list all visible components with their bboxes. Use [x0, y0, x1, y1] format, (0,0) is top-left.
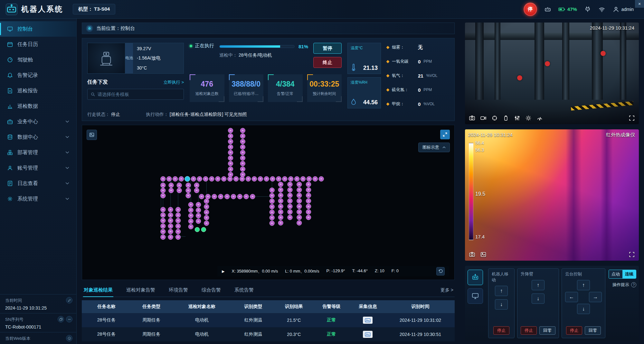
- sidebar-item-2[interactable]: 驾驶舱: [0, 52, 76, 68]
- gimbal-left-button[interactable]: ←: [565, 292, 578, 302]
- execute-now-link[interactable]: 立即执行 >: [164, 79, 184, 85]
- tab-2[interactable]: 环境告警: [168, 284, 189, 297]
- sidebar-item-11[interactable]: 系统管理: [0, 191, 76, 207]
- continuous-option[interactable]: 连续: [622, 270, 636, 278]
- sidebar-item-4[interactable]: 巡检报告: [0, 83, 76, 98]
- thermometer-icon: [351, 64, 356, 71]
- brightness-icon[interactable]: [525, 115, 532, 121]
- sn-block: SN序列号 TC-Robot-000171: [0, 313, 76, 332]
- sidebar-item-1[interactable]: 任务日历: [0, 37, 76, 52]
- snapshot-icon[interactable]: [469, 115, 475, 121]
- jog-option[interactable]: 点动: [609, 270, 622, 278]
- sidebar-item-0[interactable]: 控制台: [0, 21, 76, 37]
- gimbal-down-button[interactable]: ↓: [577, 304, 590, 314]
- arm-down-button[interactable]: ↓: [532, 293, 545, 304]
- map-fullscreen-button[interactable]: [440, 130, 450, 139]
- sidebar-item-8[interactable]: 部署管理: [0, 145, 76, 160]
- capture-thumbnail[interactable]: [363, 331, 373, 338]
- play-icon[interactable]: ▶: [222, 269, 224, 274]
- tab-1[interactable]: 巡检对象告警: [126, 284, 156, 297]
- sidebar-item-3[interactable]: 告警记录: [0, 68, 76, 83]
- gimbal-zero-button[interactable]: 回零: [585, 326, 601, 335]
- legend-label: 图标示意: [422, 144, 439, 150]
- username: admin: [621, 7, 634, 12]
- gimbal-stop-button[interactable]: 停止: [566, 326, 582, 335]
- svg-text:AI: AI: [298, 211, 300, 213]
- column-header-2: 巡检对象名称: [172, 304, 232, 310]
- move-stop-button[interactable]: 停止: [493, 326, 509, 335]
- copy-icon[interactable]: [58, 316, 64, 322]
- gallery-icon[interactable]: [480, 251, 487, 258]
- equalizer-icon[interactable]: [514, 115, 520, 121]
- aperture-icon[interactable]: [491, 115, 498, 121]
- sidebar-item-6[interactable]: 业务中心: [0, 114, 76, 129]
- map-layer-button[interactable]: [87, 130, 97, 140]
- sidebar-item-5[interactable]: 巡检数据: [0, 98, 76, 114]
- arm-stop-button[interactable]: 停止: [521, 326, 537, 335]
- svg-text:AI: AI: [193, 178, 194, 180]
- robot-status-icon[interactable]: [544, 6, 551, 13]
- gas-can-icon[interactable]: [503, 115, 509, 121]
- camera-fullscreen[interactable]: [629, 115, 635, 121]
- history-replay-button[interactable]: [436, 267, 445, 275]
- svg-text:AI: AI: [230, 168, 232, 170]
- help-icon[interactable]: ?: [631, 282, 636, 287]
- edit-icon[interactable]: [66, 297, 72, 303]
- robot-mode-icon: [471, 274, 479, 281]
- move-forward-button[interactable]: ↑: [495, 286, 508, 296]
- main-content: 当前位置：控制台 电池: [77, 19, 460, 344]
- table-row[interactable]: 28号任务周期任务电动机红外测温20.3°C正常2024-11-29 10:30…: [82, 327, 455, 341]
- wiper-icon[interactable]: [536, 115, 543, 121]
- svg-text:AI: AI: [162, 184, 164, 186]
- sidebar-item-9[interactable]: 账号管理: [0, 160, 76, 176]
- sensor-row-4: 甲烷：0%VOL: [387, 100, 449, 108]
- wifi-icon[interactable]: [598, 6, 605, 13]
- window-close-button[interactable]: ✕: [635, 0, 644, 8]
- svg-text:AI: AI: [302, 178, 304, 180]
- route-graph[interactable]: AIAIAIAIAIAIAIAIAIAIAIAIAIAIAIAIAIAIAIAI…: [95, 126, 441, 265]
- gimbal-up-button[interactable]: ↑: [577, 280, 590, 290]
- stat-card-3: 00:33:25预计剩余时间: [307, 74, 342, 102]
- tab-3[interactable]: 综合告警: [201, 284, 222, 297]
- auto-mode-button[interactable]: [468, 270, 483, 285]
- charger-icon[interactable]: [584, 6, 591, 13]
- task-template-select[interactable]: [87, 89, 184, 100]
- tab-0[interactable]: 对象巡检结果: [83, 284, 113, 297]
- more-icon[interactable]: [66, 316, 72, 322]
- snapshot-icon[interactable]: [469, 251, 475, 258]
- pause-button[interactable]: 暂停: [313, 43, 342, 54]
- record-icon[interactable]: [480, 115, 487, 121]
- terminate-button[interactable]: 终止: [313, 57, 342, 68]
- thermal-fullscreen[interactable]: [629, 251, 635, 258]
- more-link[interactable]: 更多 >: [440, 287, 453, 293]
- time-value: 2024-11-29 10:31:25: [5, 305, 71, 311]
- svg-text:AI: AI: [290, 178, 292, 180]
- tab-4[interactable]: 系统告警: [234, 284, 254, 297]
- current-time-block: 当前时间 2024-11-29 10:31:25: [0, 294, 76, 313]
- jog-continuous-toggle[interactable]: 点动 连续: [609, 270, 636, 279]
- table-row[interactable]: 28号任务周期任务电动机红外测温21.5°C正常2024-11-29 10:31…: [82, 313, 455, 327]
- env-cards-column: 温度°C 21.13 湿度%RH: [347, 43, 381, 108]
- operation-tips: 操作提示 ?: [612, 282, 636, 288]
- arm-zero-button[interactable]: 回零: [539, 326, 555, 335]
- capture-thumbnail[interactable]: [363, 317, 373, 324]
- monitor-mode-button[interactable]: [468, 288, 483, 304]
- task-template-input[interactable]: [98, 92, 180, 97]
- svg-text:AI: AI: [298, 189, 300, 191]
- info-icon[interactable]: [66, 335, 72, 341]
- gimbal-right-button[interactable]: →: [589, 292, 602, 302]
- move-backward-button[interactable]: ↓: [495, 299, 508, 310]
- sidebar-item-label: 业务中心: [17, 118, 38, 125]
- sensor-name: 一氧化碳: [392, 59, 415, 64]
- svg-text:AI: AI: [230, 140, 232, 143]
- arm-up-button[interactable]: ↑: [532, 280, 545, 290]
- sidebar-item-7[interactable]: 数据中心: [0, 129, 76, 145]
- battery-tab-label: 电池: [125, 43, 133, 73]
- emergency-stop-button[interactable]: 停: [524, 3, 537, 16]
- up-arrow-icon: ↑: [537, 282, 539, 288]
- user-menu[interactable]: admin: [612, 6, 634, 13]
- sidebar-item-10[interactable]: 日志查看: [0, 176, 76, 191]
- stat-card-0: 476巡检对象总数: [190, 74, 224, 102]
- legend-toggle[interactable]: 图标示意: [418, 143, 450, 152]
- bullet-icon: [386, 60, 390, 63]
